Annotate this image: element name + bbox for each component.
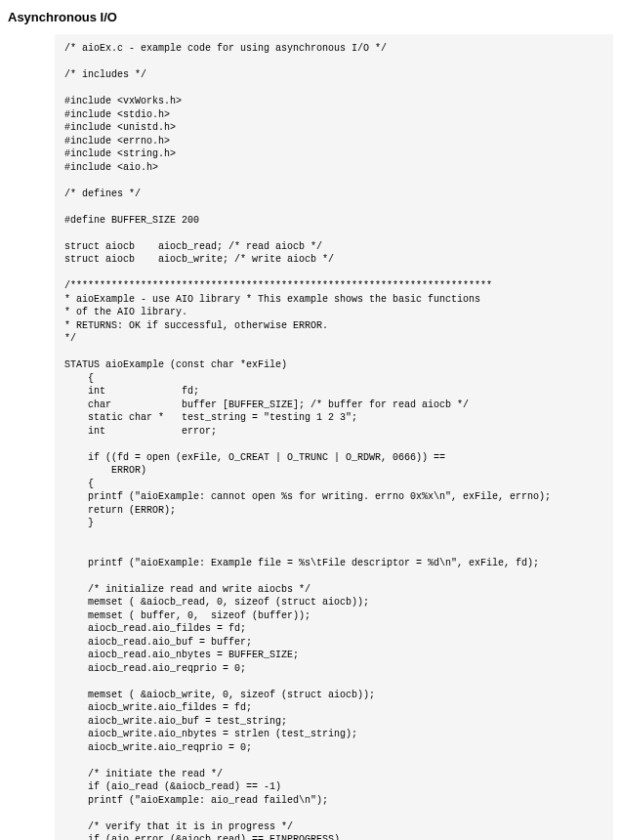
section-title: Asynchronous I/O — [8, 10, 613, 24]
code-block: /* aioEx.c - example code for using asyn… — [55, 34, 613, 840]
page-container: Asynchronous I/O /* aioEx.c - example co… — [0, 0, 621, 840]
